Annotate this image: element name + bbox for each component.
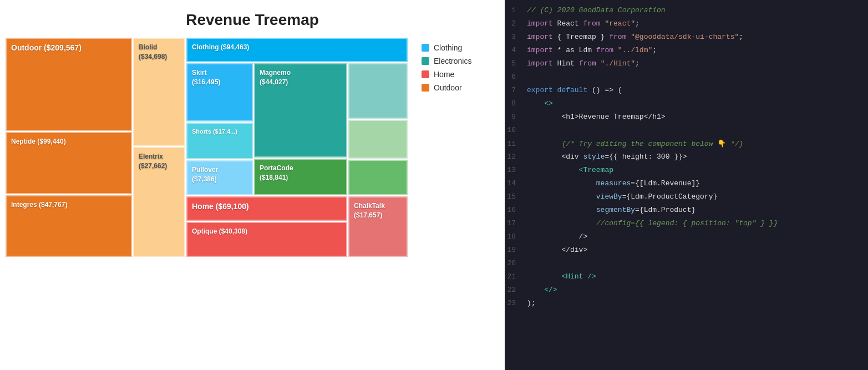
line-number: 8 bbox=[505, 99, 527, 108]
legend-label-electronics: Electronics bbox=[434, 57, 471, 65]
code-line-10: 10 bbox=[505, 125, 868, 139]
code-line-23: 23); bbox=[505, 298, 868, 312]
code-line-12: 12 <div style={{ height: 300 }}> bbox=[505, 152, 868, 165]
line-number: 13 bbox=[505, 166, 527, 174]
line-number: 20 bbox=[505, 259, 527, 267]
cell-neptide: Neptide ($99,440) bbox=[6, 132, 132, 194]
cell-biolid: Biolid($34,698) bbox=[133, 38, 185, 146]
line-content: segmentBy={Ldm.Product} bbox=[527, 206, 696, 214]
code-line-8: 8 <> bbox=[505, 99, 868, 112]
line-content: import { Treemap } from "@gooddata/sdk-u… bbox=[527, 33, 743, 41]
line-number: 16 bbox=[505, 206, 527, 214]
line-content: measures={[Ldm.Revenue]} bbox=[527, 179, 700, 187]
line-number: 19 bbox=[505, 246, 527, 254]
code-line-11: 11 {/* Try editing the component below 👇… bbox=[505, 139, 868, 152]
cell-elec-small-bot bbox=[348, 120, 408, 159]
line-number: 3 bbox=[505, 33, 527, 41]
legend-label-outdoor: Outdoor bbox=[434, 83, 462, 92]
line-content: import React from "react"; bbox=[527, 19, 639, 28]
legend-color-home bbox=[422, 70, 429, 78]
cell-portacode: PortaCode($18,841) bbox=[254, 159, 347, 195]
code-line-14: 14 measures={[Ldm.Revenue]} bbox=[505, 179, 868, 192]
line-content: <Hint /> bbox=[527, 272, 596, 281]
line-content: //config={{ legend: { position: "top" } … bbox=[527, 219, 778, 227]
code-line-18: 18 /> bbox=[505, 232, 868, 245]
line-content: {/* Try editing the component below 👇 */… bbox=[527, 139, 743, 148]
code-line-19: 19 </div> bbox=[505, 245, 868, 259]
legend-label-home: Home bbox=[434, 70, 454, 79]
code-line-2: 2import React from "react"; bbox=[505, 19, 868, 32]
line-number: 6 bbox=[505, 73, 527, 81]
cell-chalktalk: ChalkTalk($17,657) bbox=[348, 196, 408, 257]
cell-elentrix: Elentrix($27,662) bbox=[133, 147, 185, 257]
line-number: 10 bbox=[505, 126, 527, 134]
line-number: 21 bbox=[505, 272, 527, 281]
line-number: 2 bbox=[505, 19, 527, 28]
code-line-13: 13 <Treemap bbox=[505, 165, 868, 179]
line-number: 22 bbox=[505, 286, 527, 294]
cell-clothing-header: Clothing ($94,463) bbox=[186, 38, 408, 62]
cell-magnemo: Magnemo($44,027) bbox=[254, 63, 347, 158]
cell-pullover: Pullover($7,386) bbox=[186, 160, 253, 195]
code-line-4: 4import * as Ldm from "../ldm"; bbox=[505, 45, 868, 59]
line-number: 18 bbox=[505, 232, 527, 241]
code-line-3: 3import { Treemap } from "@gooddata/sdk-… bbox=[505, 32, 868, 45]
legend-item-home: Home bbox=[422, 70, 471, 79]
code-line-5: 5import Hint from "./Hint"; bbox=[505, 59, 868, 72]
chart-title: Revenue Treemap bbox=[186, 11, 319, 29]
cell-integres: Integres ($47,767) bbox=[6, 195, 132, 257]
code-line-7: 7export default () => ( bbox=[505, 85, 868, 99]
line-number: 5 bbox=[505, 59, 527, 68]
line-content: <Treemap bbox=[527, 166, 613, 174]
code-line-9: 9 <h1>Revenue Treemap</h1> bbox=[505, 112, 868, 125]
line-number: 4 bbox=[505, 46, 527, 54]
line-content: </> bbox=[527, 286, 557, 294]
legend-color-clothing bbox=[422, 44, 429, 52]
code-line-21: 21 <Hint /> bbox=[505, 272, 868, 285]
cell-elec-small-top bbox=[348, 63, 408, 119]
code-line-22: 22 </> bbox=[505, 285, 868, 298]
code-line-1: 1// (C) 2020 GoodData Corporation bbox=[505, 6, 868, 19]
cell-home-header: Home ($69,100) bbox=[186, 196, 347, 221]
legend-color-electronics bbox=[422, 57, 429, 65]
treemap: Outdoor ($209,567) Neptide ($99,440) Int… bbox=[6, 38, 410, 257]
code-line-6: 6 bbox=[505, 72, 868, 85]
line-number: 17 bbox=[505, 219, 527, 227]
cell-outdoor-main: Outdoor ($209,567) bbox=[6, 38, 132, 131]
legend-item-electronics: Electronics bbox=[422, 57, 471, 65]
line-content: import Hint from "./Hint"; bbox=[527, 59, 639, 68]
code-line-15: 15 viewBy={Ldm.ProductCategory} bbox=[505, 192, 868, 205]
line-number: 9 bbox=[505, 113, 527, 121]
line-number: 1 bbox=[505, 6, 527, 14]
cell-skirt: Skirt($16,495) bbox=[186, 63, 253, 121]
line-number: 23 bbox=[505, 299, 527, 307]
line-content: /> bbox=[527, 232, 587, 241]
line-number: 12 bbox=[505, 153, 527, 161]
code-editor: 1// (C) 2020 GoodData Corporation2import… bbox=[505, 0, 868, 370]
cell-optique: Optique ($40,308) bbox=[186, 222, 347, 257]
cell-elec-small-3 bbox=[348, 160, 408, 195]
line-content: import * as Ldm from "../ldm"; bbox=[527, 46, 657, 54]
code-line-20: 20 bbox=[505, 259, 868, 272]
legend-color-outdoor bbox=[422, 84, 429, 92]
line-content: viewBy={Ldm.ProductCategory} bbox=[527, 192, 717, 201]
line-content: export default () => ( bbox=[527, 86, 622, 94]
left-panel: Revenue Treemap Outdoor ($209,567) Nepti… bbox=[0, 0, 505, 370]
line-content: <h1>Revenue Treemap</h1> bbox=[527, 113, 666, 121]
legend-label-clothing: Clothing bbox=[434, 43, 462, 52]
legend: Clothing Electronics Home Outdoor bbox=[410, 38, 471, 364]
line-content: </div> bbox=[527, 246, 587, 254]
code-line-16: 16 segmentBy={Ldm.Product} bbox=[505, 205, 868, 219]
cell-shorts: Shorts ($17,4...) bbox=[186, 123, 253, 159]
line-content: <> bbox=[527, 99, 553, 108]
line-content: <div style={{ height: 300 }}> bbox=[527, 153, 687, 161]
line-content: ); bbox=[527, 299, 536, 307]
line-number: 11 bbox=[505, 140, 527, 148]
line-number: 14 bbox=[505, 179, 527, 187]
line-content: // (C) 2020 GoodData Corporation bbox=[527, 6, 666, 14]
line-number: 7 bbox=[505, 86, 527, 94]
legend-item-outdoor: Outdoor bbox=[422, 83, 471, 92]
line-number: 15 bbox=[505, 192, 527, 201]
code-line-17: 17 //config={{ legend: { position: "top"… bbox=[505, 219, 868, 232]
legend-item-clothing: Clothing bbox=[422, 43, 471, 52]
